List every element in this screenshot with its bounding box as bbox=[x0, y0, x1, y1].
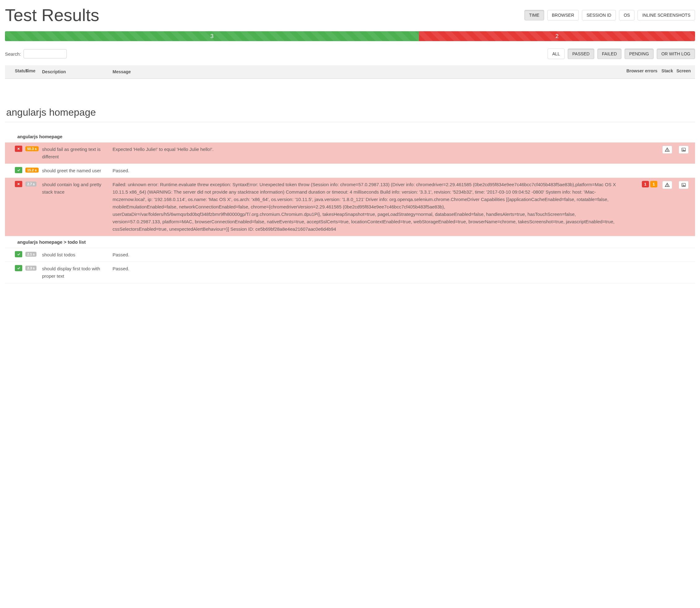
option-session-id[interactable]: SESSION ID bbox=[582, 10, 616, 20]
test-description: should contain log and pretty stack trac… bbox=[42, 181, 110, 196]
time-badge: 15.2 s bbox=[25, 168, 39, 173]
x-icon bbox=[15, 146, 22, 152]
check-icon bbox=[15, 251, 22, 257]
test-message: Passed. bbox=[113, 251, 624, 259]
svg-point-5 bbox=[683, 149, 683, 150]
test-row: 2.3 sshould display first todo with prop… bbox=[5, 262, 695, 283]
test-message: Passed. bbox=[113, 265, 624, 272]
col-browser-errors: Browser errors bbox=[626, 68, 659, 75]
check-icon bbox=[15, 265, 22, 271]
time-badge: 50.3 s bbox=[25, 146, 39, 151]
table-header: Status Time Description Message Browser … bbox=[5, 65, 695, 79]
search-label: Search: bbox=[5, 51, 21, 57]
test-message: Passed. bbox=[113, 167, 624, 174]
group-title: angularjs homepage > todo list bbox=[5, 236, 695, 248]
col-description: Description bbox=[42, 68, 110, 75]
svg-point-11 bbox=[683, 184, 683, 185]
option-browser[interactable]: BROWSER bbox=[547, 10, 579, 20]
col-screen: Screen bbox=[676, 68, 691, 75]
group-title: angularjs homepage bbox=[5, 131, 695, 142]
warning-icon[interactable] bbox=[662, 181, 672, 189]
test-description: should display first todo with proper te… bbox=[42, 265, 110, 280]
error-count-badge: 1 bbox=[642, 181, 649, 187]
col-status: Status bbox=[9, 68, 23, 75]
check-icon bbox=[15, 167, 22, 173]
time-badge: 2.7 s bbox=[25, 182, 37, 187]
test-row: 15.2 sshould greet the named userPassed. bbox=[5, 164, 695, 178]
x-icon bbox=[15, 181, 22, 187]
filter-all[interactable]: ALL bbox=[548, 49, 565, 59]
filter-or-with-log[interactable]: OR WITH LOG bbox=[657, 49, 695, 59]
browser-error-counts: 11 bbox=[626, 181, 659, 187]
test-row: 50.3 sshould fail as greeting text is di… bbox=[5, 142, 695, 164]
filter-failed[interactable]: FAILED bbox=[597, 49, 621, 59]
progress-pass: 3 bbox=[5, 31, 419, 41]
progress-fail-count: 2 bbox=[556, 33, 559, 40]
time-badge: 2.3 s bbox=[25, 266, 37, 271]
warning-icon[interactable] bbox=[662, 146, 672, 154]
test-row: 2.7 sshould contain log and pretty stack… bbox=[5, 178, 695, 236]
search-input[interactable] bbox=[23, 49, 67, 58]
svg-point-3 bbox=[667, 151, 667, 151]
svg-point-9 bbox=[667, 186, 667, 186]
col-stack: Stack bbox=[661, 68, 674, 75]
time-badge: 2.1 s bbox=[25, 252, 37, 257]
option-inline-screenshots[interactable]: INLINE SCREENSHOTS bbox=[638, 10, 695, 20]
image-icon[interactable] bbox=[679, 181, 688, 189]
filter-buttons: ALLPASSEDFAILEDPENDINGOR WITH LOG bbox=[548, 49, 695, 59]
option-os[interactable]: OS bbox=[619, 10, 635, 20]
progress-bar: 3 2 bbox=[5, 31, 695, 41]
test-message: Expected 'Hello Julie!' to equal 'Hello … bbox=[113, 146, 624, 153]
option-time[interactable]: TIME bbox=[524, 10, 544, 20]
test-row: 2.1 sshould list todosPassed. bbox=[5, 248, 695, 262]
image-icon[interactable] bbox=[679, 146, 688, 154]
test-description: should list todos bbox=[42, 251, 110, 259]
error-count-badge: 1 bbox=[650, 181, 657, 187]
test-description: should fail as greeting text is differen… bbox=[42, 146, 110, 160]
display-options: TIMEBROWSERSESSION IDOSINLINE SCREENSHOT… bbox=[524, 10, 695, 20]
section-title: angularjs homepage bbox=[5, 107, 695, 118]
col-time: Time bbox=[25, 68, 40, 75]
progress-fail: 2 bbox=[419, 31, 695, 41]
test-message: Failed: unknown error: Runtime.evaluate … bbox=[113, 181, 624, 233]
progress-pass-count: 3 bbox=[211, 33, 214, 40]
col-message: Message bbox=[113, 68, 624, 75]
page-title: Test Results bbox=[5, 5, 99, 25]
section-divider bbox=[5, 122, 695, 122]
filter-pending[interactable]: PENDING bbox=[625, 49, 654, 59]
filter-passed[interactable]: PASSED bbox=[568, 49, 594, 59]
test-description: should greet the named user bbox=[42, 167, 110, 174]
